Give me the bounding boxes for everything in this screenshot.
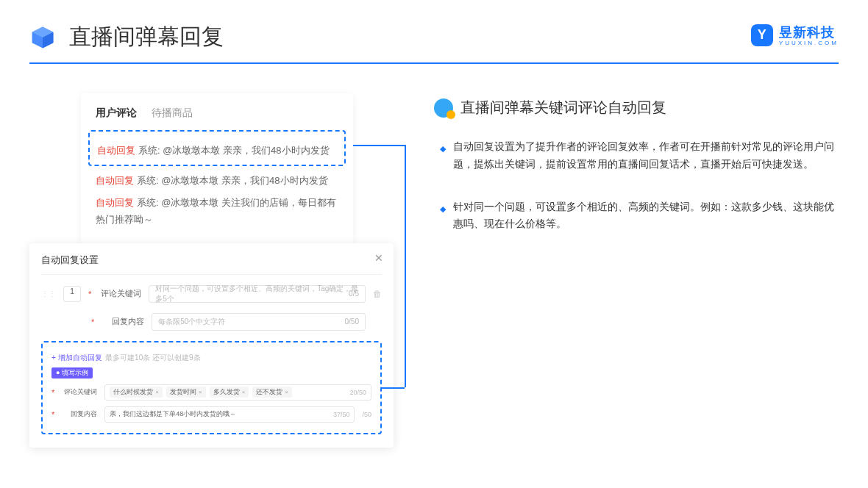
add-auto-reply-link[interactable]: + 增加自动回复 <box>51 354 102 362</box>
add-hint: 最多可建10条 还可以创建9条 <box>105 354 200 362</box>
auto-reply-tag: 自动回复 <box>96 197 134 208</box>
keyword-tag[interactable]: 发货时间× <box>166 387 206 398</box>
close-icon[interactable]: ✕ <box>374 252 383 264</box>
comment-body: @冰墩墩本墩 亲亲，我们48小时内发货 <box>163 145 329 156</box>
required-dot: * <box>51 388 54 397</box>
connector-line <box>405 145 406 387</box>
required-dot: * <box>51 410 54 419</box>
keyword-tag[interactable]: 多久发货× <box>210 387 249 398</box>
keyword-input[interactable]: 对同一个问题，可设置多个相近、高频的关键词，Tag确定，最多5个 0/5 <box>149 285 366 303</box>
page-title: 直播间弹幕回复 <box>69 22 224 52</box>
example-reply-value: 亲，我们这边都是下单48小时内发货的哦～ <box>110 409 236 419</box>
reply-count: 0/50 <box>345 317 359 326</box>
cube-icon <box>29 24 56 51</box>
comment-line: 自动回复系统: @冰墩墩本墩 亲亲，我们48小时内发货 <box>96 172 338 189</box>
required-dot: * <box>88 290 91 298</box>
brand-logo: Y 昱新科技 YUUXIN.COM <box>751 24 839 46</box>
keyword-count: 0/5 <box>349 290 359 298</box>
delete-icon[interactable]: 🗑 <box>373 289 382 299</box>
highlighted-comment: 自动回复系统: @冰墩墩本墩 亲亲，我们48小时内发货 <box>88 130 346 166</box>
auto-reply-tag: 自动回复 <box>96 175 134 186</box>
reply-input[interactable]: 每条限50个中文字符 0/50 <box>152 313 366 331</box>
logo-text: 昱新科技 <box>779 24 839 41</box>
drag-handle-icon[interactable]: ⋮⋮ <box>41 290 56 298</box>
example-reply-label: 回复内容 <box>62 409 97 419</box>
connector-line <box>381 387 405 389</box>
keyword-label: 评论关键词 <box>99 288 141 299</box>
comment-line: 自动回复系统: @冰墩墩本墩 亲亲，我们48小时内发货 <box>97 142 337 159</box>
example-keyword-label: 评论关键词 <box>62 387 97 397</box>
tag-remove-icon: × <box>155 389 159 395</box>
comment-body: @冰墩墩本墩 亲亲，我们48小时内发货 <box>161 175 327 186</box>
illustration-panel: 用户评论 待播商品 自动回复系统: @冰墩墩本墩 亲亲，我们48小时内发货 自动… <box>29 93 397 448</box>
example-badge: ● 填写示例 <box>51 367 93 378</box>
example-reply-count: 37/50 <box>333 411 350 418</box>
system-tag: 系统: <box>137 175 159 186</box>
bullet-text: 自动回复设置为了提升作者的评论回复效率，作者可在开播前针对常见的评论用户问题，提… <box>453 138 839 173</box>
tag-remove-icon: × <box>242 389 246 395</box>
bullet-item: ◆ 自动回复设置为了提升作者的评论回复效率，作者可在开播前针对常见的评论用户问题… <box>434 138 839 173</box>
outer-count: /50 <box>362 411 371 418</box>
auto-reply-tag: 自动回复 <box>97 145 135 156</box>
placeholder-text: 对同一个问题，可设置多个相近、高频的关键词，Tag确定，最多5个 <box>155 284 359 304</box>
required-dot: * <box>91 317 94 326</box>
connector-line <box>353 145 405 146</box>
example-reply-input[interactable]: 亲，我们这边都是下单48小时内发货的哦～ 37/50 <box>104 406 355 423</box>
tag-remove-icon: × <box>285 389 288 395</box>
tag-remove-icon: × <box>199 389 202 395</box>
comments-panel: 用户评论 待播商品 自动回复系统: @冰墩墩本墩 亲亲，我们48小时内发货 自动… <box>81 93 353 243</box>
index-input[interactable]: 1 <box>63 286 81 302</box>
bullet-item: ◆ 针对同一个问题，可设置多个相近的、高频的关键词。例如：这款多少钱、这块能优惠… <box>434 198 839 234</box>
bullet-text: 针对同一个问题，可设置多个相近的、高频的关键词。例如：这款多少钱、这块能优惠吗、… <box>453 198 839 234</box>
diamond-icon: ◆ <box>440 142 446 173</box>
tab-pending-goods[interactable]: 待播商品 <box>152 107 193 120</box>
tab-user-comments[interactable]: 用户评论 <box>96 107 137 120</box>
settings-title: 自动回复设置 <box>41 254 382 275</box>
comment-line: 自动回复系统: @冰墩墩本墩 关注我们的店铺，每日都有热门推荐呦～ <box>96 194 338 229</box>
example-keyword-input[interactable]: 什么时候发货× 发货时间× 多久发货× 还不发货× 20/50 <box>104 384 371 401</box>
keyword-tag[interactable]: 还不发货× <box>252 387 292 398</box>
diamond-icon: ◆ <box>440 202 446 234</box>
section-title: 直播间弹幕关键词评论自动回复 <box>460 98 666 118</box>
logo-mark-icon: Y <box>751 24 773 46</box>
example-block: + 增加自动回复 最多可建10条 还可以创建9条 ● 填写示例 * 评论关键词 … <box>41 341 382 434</box>
auto-reply-settings-panel: 自动回复设置 ✕ ⋮⋮ 1 * 评论关键词 对同一个问题，可设置多个相近、高频的… <box>29 243 394 448</box>
system-tag: 系统: <box>137 197 159 208</box>
tag-count: 20/50 <box>349 389 366 396</box>
system-tag: 系统: <box>138 145 160 156</box>
reply-label: 回复内容 <box>102 316 144 327</box>
placeholder-text: 每条限50个中文字符 <box>158 317 225 327</box>
logo-subtext: YUUXIN.COM <box>779 40 839 46</box>
page-header: 直播间弹幕回复 <box>0 0 868 62</box>
description-panel: 直播间弹幕关键词评论自动回复 ◆ 自动回复设置为了提升作者的评论回复效率，作者可… <box>434 93 839 258</box>
keyword-tag[interactable]: 什么时候发货× <box>110 387 163 398</box>
chat-bubble-icon <box>434 98 453 118</box>
